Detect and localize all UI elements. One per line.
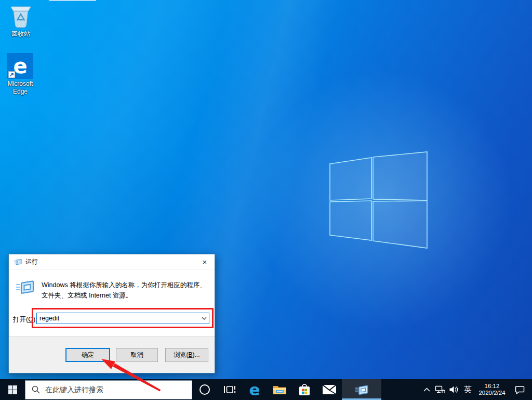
start-button[interactable] — [0, 379, 25, 400]
start-icon — [8, 385, 17, 394]
file-explorer-button[interactable] — [267, 379, 292, 400]
open-combobox[interactable] — [36, 313, 209, 324]
taskbar-search-box[interactable] — [25, 380, 192, 399]
recycle-bin-icon — [4, 3, 38, 29]
store-button[interactable] — [292, 379, 317, 400]
search-icon — [32, 385, 40, 394]
desktop-icon-edge[interactable]: e Microsoft Edge — [3, 53, 37, 96]
open-input[interactable] — [37, 315, 200, 322]
desktop-icon-recycle-bin[interactable]: 回收站 — [4, 3, 38, 38]
run-dialog-titlebar: 运行 × — [9, 254, 215, 269]
windows-logo — [312, 140, 442, 260]
combo-chevron-icon[interactable] — [200, 317, 209, 320]
ime-indicator[interactable]: 英 — [461, 379, 475, 400]
cortana-button[interactable] — [192, 379, 217, 400]
run-icon — [16, 277, 34, 296]
network-icon[interactable] — [433, 379, 447, 400]
taskbar-edge-button[interactable]: e — [242, 379, 267, 400]
recycle-bin-label: 回收站 — [4, 30, 38, 38]
open-label: 打开(O): — [13, 315, 37, 324]
store-icon — [298, 383, 311, 396]
task-view-button[interactable] — [217, 379, 242, 400]
mail-icon — [323, 385, 336, 394]
taskbar: e — [0, 379, 532, 400]
system-tray: 英 16:12 2020/2/24 — [420, 379, 532, 400]
search-input[interactable] — [45, 385, 192, 394]
browse-button[interactable]: 浏览(B)... — [165, 348, 208, 362]
taskbar-run-app-button[interactable] — [342, 379, 381, 400]
shortcut-arrow-icon — [8, 71, 15, 78]
ok-button[interactable]: 确定 — [65, 348, 110, 362]
edge-label: Microsoft Edge — [3, 80, 37, 96]
action-center-icon — [515, 385, 525, 394]
run-dialog-description: Windows 将根据你所输入的名称，为你打开相应的程序、 文件夹、文档或 In… — [42, 280, 209, 301]
edge-icon: e — [249, 382, 260, 398]
edge-icon: e — [7, 53, 33, 79]
taskbar-clock[interactable]: 16:12 2020/2/24 — [475, 379, 509, 400]
tray-chevron-icon[interactable] — [420, 379, 433, 400]
action-center-button[interactable] — [509, 379, 530, 400]
run-dialog-title: 运行 — [25, 257, 38, 266]
clock-time: 16:12 — [485, 383, 500, 390]
mail-button[interactable] — [317, 379, 342, 400]
cancel-button[interactable]: 取消 — [116, 348, 158, 362]
run-dialog: 运行 × Windows 将根据你所输入的名称，为你打开相应的程序、 文件夹、文… — [8, 254, 215, 373]
hidden-window-edge — [49, 0, 96, 1]
file-explorer-icon — [273, 384, 287, 395]
volume-icon[interactable] — [447, 379, 461, 400]
run-icon — [355, 383, 368, 396]
run-icon — [14, 257, 22, 266]
cortana-icon — [199, 384, 210, 395]
clock-date: 2020/2/24 — [478, 390, 505, 397]
task-view-icon — [223, 384, 236, 395]
close-icon[interactable]: × — [197, 255, 212, 268]
